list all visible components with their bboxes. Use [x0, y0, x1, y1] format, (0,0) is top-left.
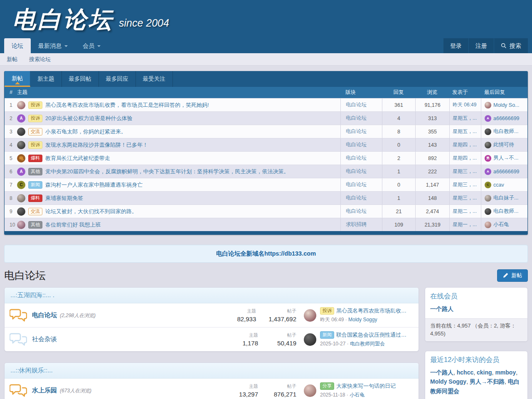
latest-post-author[interactable]: 电白教师同盟会 — [350, 341, 385, 347]
latest-post-title[interactable]: 联合国紧急会议压倒性通过… — [336, 331, 406, 339]
post-date-link[interactable]: 星期五，... — [449, 125, 481, 138]
latest-post-author[interactable]: Moldy Soggy — [348, 317, 377, 323]
hot-tab-1[interactable]: 新帖 — [5, 71, 30, 87]
forum-link[interactable]: 电白论坛 — [340, 205, 382, 218]
subnav-link-search-forums[interactable]: 搜索论坛 — [29, 56, 51, 63]
topic-title[interactable]: 论坛又被封，大伙们找不到回家的路。 — [45, 208, 137, 215]
topic-author-avatar[interactable]: 电 — [17, 154, 25, 163]
hot-tab-3[interactable]: 最多回帖 — [62, 71, 99, 87]
hot-tab-2[interactable]: 新主题 — [30, 71, 62, 87]
last-reply-avatar[interactable] — [485, 128, 491, 135]
last-reply-avatar[interactable] — [485, 102, 491, 108]
last-reply-user[interactable]: a66666699 — [493, 169, 520, 175]
topic-title[interactable]: 黑心茂名粤西农批市场乱收费，看市场员工是怎样回答的，笑死她妈! — [45, 101, 209, 109]
post-date-link[interactable]: 星期三，... — [449, 178, 481, 191]
online-member-link[interactable]: 一个路人 — [430, 305, 453, 312]
topic-title[interactable]: 发现水东两处路段沙井盖像陷阱！已多年！ — [45, 141, 148, 149]
last-reply-user[interactable]: 电白教师... — [493, 208, 518, 215]
forum-link[interactable]: 求职招聘 — [340, 218, 382, 231]
forum-link[interactable]: 电白论坛 — [340, 99, 382, 111]
nav-tab-whats-new[interactable]: 最新消息 — [31, 38, 75, 53]
topic-author-avatar[interactable] — [17, 141, 25, 149]
forum-link[interactable]: 电白论坛 — [340, 165, 382, 178]
forum-link[interactable]: 电白论坛 — [340, 125, 382, 138]
last-reply-user[interactable]: 电白教师... — [493, 128, 518, 135]
site-logo[interactable]: 电白论坛 since 2004 — [12, 7, 169, 31]
visitor-link[interactable]: Moldy Soggy — [430, 378, 466, 385]
last-reply-user[interactable]: 电白妹子... — [493, 195, 518, 202]
last-reply-user[interactable]: 此情可待 — [493, 141, 514, 148]
topic-author-avatar[interactable] — [17, 101, 25, 109]
visitor-link[interactable]: 一个路人 — [430, 369, 453, 376]
visitor-link[interactable]: mmboy — [495, 369, 516, 376]
forum-name-link[interactable]: 电白论坛 — [32, 311, 57, 319]
last-reply-user[interactable]: Moldy So... — [493, 102, 520, 108]
forum-link[interactable]: 电白论坛 — [340, 152, 382, 165]
visitor-link[interactable]: 男人→不归路 — [470, 378, 505, 385]
post-date-link[interactable]: 昨天 06:49 — [449, 99, 481, 111]
topic-author-avatar[interactable] — [17, 207, 25, 216]
last-reply-avatar[interactable]: A — [485, 168, 491, 175]
forum-name-link[interactable]: 社会杂谈 — [32, 335, 57, 343]
topic-author-avatar[interactable]: C — [17, 181, 25, 189]
post-date-link[interactable]: 星期一，... — [449, 218, 481, 231]
latest-post-avatar[interactable] — [304, 309, 316, 322]
category-header[interactable]: ...:五湖四海::... . — [5, 288, 419, 303]
row-number: 8 — [5, 192, 17, 204]
topic-title[interactable]: 森沟村一户人家在家中熟睡遭遇车祸身亡 — [45, 181, 143, 189]
forum-name-link[interactable]: 水上乐园 — [32, 387, 57, 394]
nav-tab-forums[interactable]: 论坛 — [4, 38, 31, 53]
new-post-button[interactable]: 新帖 — [497, 269, 528, 282]
forum-link[interactable]: 电白论坛 — [340, 138, 382, 151]
last-reply-avatar[interactable] — [485, 222, 491, 228]
topic-title[interactable]: 20岁出头被公权力迫害是种什么体验 — [45, 115, 132, 122]
post-date-link[interactable]: 星期四，... — [449, 152, 481, 165]
register-button[interactable]: 注册 — [469, 38, 494, 53]
topic-title[interactable]: 柬埔寨短期免签 — [45, 195, 83, 202]
last-reply-avatar[interactable] — [485, 142, 491, 148]
last-reply-avatar[interactable] — [485, 195, 491, 202]
search-button[interactable]: 搜索 — [494, 38, 528, 53]
topic-title[interactable]: 党中央第20届四中全会，反腐旗帜鲜明，中央下达新五年计划：坚持科学决策，民主决策… — [45, 168, 289, 175]
topic-title[interactable]: 小泉石龟太郎，你妈的赶紧进来。 — [45, 128, 126, 135]
category-header[interactable]: ...::休闲娱乐::... — [5, 363, 419, 379]
latest-post-author[interactable]: 小石龟 — [350, 392, 365, 398]
post-date-link[interactable]: 星期三，... — [449, 165, 481, 178]
last-reply-user[interactable]: a66666699 — [493, 116, 520, 121]
latest-post-title[interactable]: 黑心茂名粤西农批市场乱收… — [336, 307, 406, 315]
post-date-link[interactable]: 星期三，... — [449, 192, 481, 204]
topic-author-avatar[interactable] — [17, 221, 25, 229]
post-date-link[interactable]: 星期五，... — [449, 112, 481, 125]
forum-link[interactable]: 电白论坛 — [340, 178, 382, 191]
login-button[interactable]: 登录 — [443, 38, 468, 53]
last-reply-avatar[interactable]: A — [485, 115, 491, 122]
last-reply-user[interactable]: 男人→不... — [493, 155, 518, 162]
last-reply-avatar[interactable] — [485, 208, 491, 215]
topic-author-avatar[interactable]: A — [17, 167, 25, 176]
subnav-link-new-posts[interactable]: 新帖 — [7, 56, 17, 63]
latest-post-avatar[interactable] — [304, 333, 316, 346]
topic-author-avatar[interactable]: A — [17, 114, 25, 123]
visitor-link[interactable]: cking — [477, 369, 492, 376]
hot-tab-5[interactable]: 最受关注 — [136, 71, 173, 87]
last-reply-user[interactable]: 小石龟 — [493, 221, 509, 228]
announcement-banner[interactable]: 电白论坛全新域名https://db133.com — [4, 245, 528, 263]
forum-link[interactable]: 电白论坛 — [340, 112, 382, 125]
topic-author-avatar[interactable] — [17, 128, 25, 136]
last-reply-avatar[interactable]: 男 — [485, 155, 491, 162]
last-reply-user[interactable]: ccav — [493, 182, 504, 188]
post-date-link[interactable]: 星期二，... — [449, 205, 481, 218]
topic-title[interactable]: 各位前辈们好 我想上班 — [45, 221, 101, 229]
topic-author-avatar[interactable] — [17, 194, 25, 202]
topic-title[interactable]: 教育局长江允武被纪委带走 — [45, 155, 110, 162]
topics-stat: 主题1,178 — [232, 332, 258, 347]
view-count: 148 — [415, 192, 449, 204]
post-date-link[interactable]: 星期四，... — [449, 138, 481, 151]
nav-tab-members[interactable]: 会员 — [75, 38, 108, 53]
latest-post-title[interactable]: 大家快来写一句话的日记 — [336, 382, 396, 390]
hot-tab-4[interactable]: 最多回应 — [99, 71, 136, 87]
forum-link[interactable]: 电白论坛 — [340, 192, 382, 204]
last-reply-avatar[interactable]: C — [485, 182, 491, 188]
visitor-link[interactable]: hchcc — [457, 369, 473, 376]
latest-post-avatar[interactable] — [304, 384, 316, 397]
